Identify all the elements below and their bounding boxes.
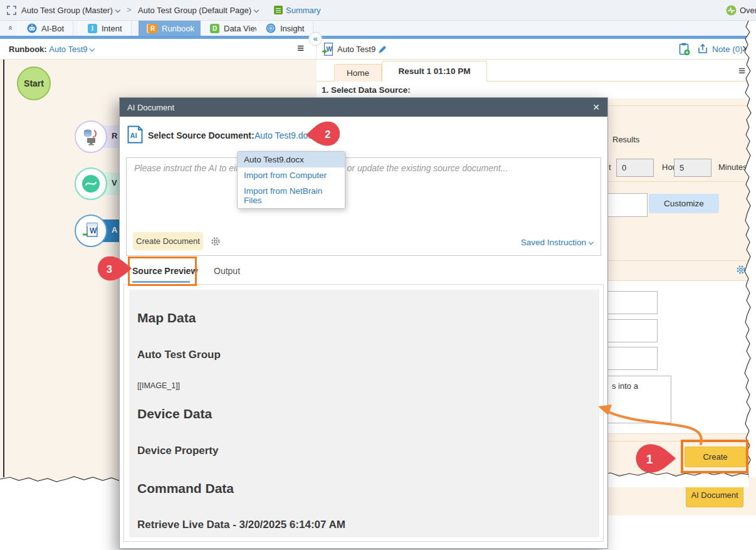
runbook-title: Runbook: Auto Test9 [9,45,94,54]
instruction-box[interactable]: Please instruct the AI to either create … [126,157,601,256]
svg-text:W: W [90,226,97,235]
doc-heading: Device Data [137,406,212,421]
ai-document-node[interactable]: W [75,214,107,247]
overview-label[interactable]: Over [740,6,756,15]
wave-icon [80,173,102,194]
insight-globe-icon [266,23,276,33]
top-bar: Auto Test Group (Master) > Auto Test Gro… [0,0,756,21]
results-label: Results [612,135,639,144]
summary-icon [274,6,283,14]
svg-text:2: 2 [325,129,330,140]
chevron-down-icon [115,8,120,13]
breadcrumb-separator: > [127,5,132,14]
tab-label: AI-Bot [41,24,64,33]
textarea-fragment: s into a [612,381,638,391]
runbook-name-link[interactable]: Auto Test9 [49,45,94,54]
callout-step-2: 2 [305,120,344,147]
tab-output[interactable]: Output [214,266,240,276]
runbook-icon: R [148,24,157,33]
tab-label: Insight [280,24,304,33]
node-label: R [112,131,117,140]
callout-step-3: 3 [94,255,133,282]
label-fragment: t [609,162,611,172]
tab-home[interactable]: Home [334,64,382,82]
create-document-button[interactable]: Create Document [133,232,203,250]
hours-input[interactable] [616,159,654,177]
tab-content-box: Map Data Auto Test Group [[IMAGE_1]] Dev… [123,284,604,542]
collapse-panel-button[interactable]: « [308,32,322,46]
export-icon[interactable] [697,43,708,55]
chevron-down-icon [589,240,594,245]
torn-edge-right [738,21,756,477]
svg-text:3: 3 [107,263,112,275]
doc-heading: Retrieve Live Data - 3/20/2025 6:14:07 A… [137,519,345,531]
doc-heading: Map Data [137,310,196,325]
doc-heading: Device Property [137,445,218,457]
breadcrumb-page[interactable]: Auto Test Group (Default Page) [138,6,258,15]
svg-text:AI: AI [130,132,137,139]
chevron-down-icon [254,8,259,13]
feature-toolbar: « AI-Bot I Intent R Runbook D Data View [0,21,756,36]
tab-label: Runbook [162,24,194,33]
doc-image-tag: [[IMAGE_1]] [137,381,180,390]
ai-doc-icon: AI [127,125,143,144]
close-icon[interactable]: ✕ [592,102,600,112]
node-label: V [112,178,117,188]
svg-text:W: W [327,46,333,53]
collapse-up-icon[interactable]: « [6,26,16,30]
node-label: A [112,225,117,235]
result-doc-title: Auto Test9 [337,45,375,54]
summary-link[interactable]: Summary [286,6,321,15]
menu-item-current-doc[interactable]: Auto Test9.docx [238,152,345,167]
annotation-box-source-preview [128,256,197,286]
source-preview-pane[interactable]: Map Data Auto Test Group [[IMAGE_1]] Dev… [129,290,599,537]
minutes-input[interactable] [674,159,711,177]
tab-insight[interactable]: Insight [256,21,313,36]
tab-label: Data View [224,24,261,33]
torn-edge-left [3,60,4,477]
verify-node[interactable] [75,167,107,200]
edit-pencil-icon[interactable] [377,44,388,55]
breadcrumb-master[interactable]: Auto Test Group (Master) [21,6,120,15]
data-view-icon: D [210,24,219,33]
customize-button[interactable]: Customize [649,194,719,213]
runbook-panel-header: Runbook: Auto Test9 ≡ [0,39,317,60]
form-input-2[interactable] [600,319,658,342]
expand-icon[interactable] [7,6,16,15]
callout-step-1: 1 [628,443,681,474]
tab-ai-bot[interactable]: AI-Bot [18,21,73,36]
overview-icon [726,5,737,16]
menu-item-import-netbrain[interactable]: Import from NetBrain Files [238,183,345,208]
menu-item-import-computer[interactable]: Import from Computer [238,167,345,183]
word-doc-arrow-icon: W [81,221,100,240]
saved-instruction-dropdown[interactable]: Saved Instruction [521,238,593,247]
robot-icon [27,23,37,33]
dialog-title-bar[interactable]: AI Document ✕ [120,98,607,117]
menu-icon[interactable]: ≡ [297,41,304,55]
tab-intent[interactable]: I Intent [78,21,132,36]
word-doc-icon: W [322,43,333,56]
source-document-menu: Auto Test9.docx Import from Computer Imp… [237,151,345,209]
form-input-3[interactable] [600,347,658,370]
app-window: Auto Test Group (Master) > Auto Test Gro… [0,0,756,550]
form-input-1[interactable] [600,291,658,314]
chevron-down-icon [90,46,95,51]
retrieve-data-node[interactable] [75,120,107,153]
tab-label: Intent [102,24,122,33]
intent-icon: I [88,24,97,33]
gear-icon[interactable] [211,236,221,246]
tab-runbook[interactable]: R Runbook [139,21,204,36]
ai-document-dialog: AI Document ✕ AI Select Source Document:… [119,97,608,549]
tab-result[interactable]: Result 1 01:10 PM [382,61,487,82]
dialog-title: AI Document [127,103,174,112]
database-monitor-icon [81,127,100,146]
report-clipboard-icon[interactable] [679,43,690,56]
doc-heading: Command Data [137,481,234,496]
section-title: 1. Select Data Source: [322,85,411,95]
svg-text:1: 1 [646,453,653,466]
start-node[interactable]: Start [17,66,51,100]
doc-heading: Auto Test Group [137,349,221,361]
select-source-label: Select Source Document: [148,130,255,140]
instruction-placeholder: Please instruct the AI to either create … [134,163,592,173]
